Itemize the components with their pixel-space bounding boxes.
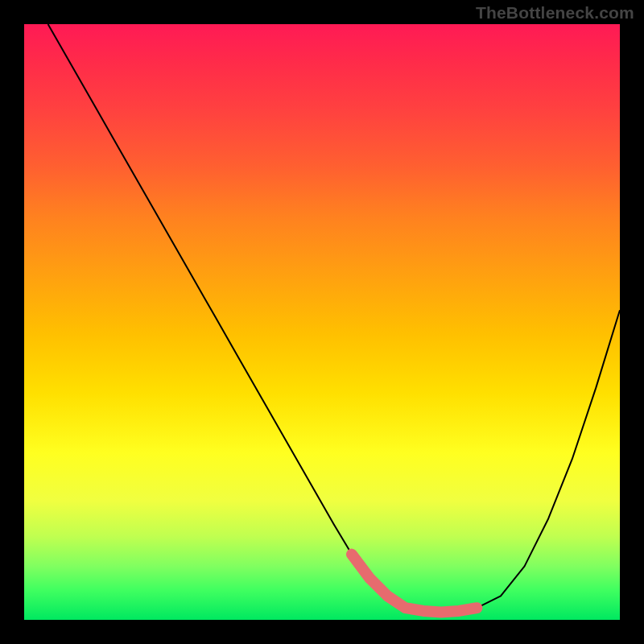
chart-frame: TheBottleneck.com bbox=[0, 0, 644, 644]
chart-svg bbox=[24, 24, 620, 620]
highlight-segment bbox=[352, 555, 477, 613]
watermark-text: TheBottleneck.com bbox=[476, 3, 634, 23]
plot-area bbox=[24, 24, 620, 620]
curve-line bbox=[48, 24, 620, 612]
